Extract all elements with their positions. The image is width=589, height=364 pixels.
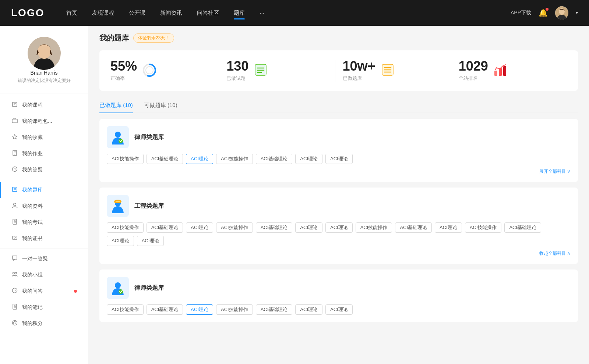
qbank-tag[interactable]: ACI技能操作	[107, 222, 144, 233]
app-download-button[interactable]: APP下载	[511, 10, 531, 16]
done-questions-icon	[254, 63, 269, 78]
stat-rank-label: 全站排名	[459, 75, 488, 82]
user-menu-chevron[interactable]: ▾	[576, 10, 578, 15]
sidebar-item-label: 我的作业	[22, 150, 77, 157]
qbank-tag[interactable]: ACI理论	[295, 222, 322, 233]
stat-done-number: 130	[226, 60, 248, 73]
tab-available-banks[interactable]: 可做题库 (10)	[144, 98, 177, 113]
qbank-icon-engineer	[107, 195, 129, 217]
nav-news[interactable]: 新闻资讯	[160, 10, 182, 17]
stat-accuracy-text: 55% 正确率	[110, 60, 137, 82]
sidebar-item-label: 我的问答	[22, 288, 70, 295]
profile-icon	[11, 203, 18, 210]
qbank-title-2: 工程类题库	[134, 202, 164, 210]
sidebar-item-label: 我的收藏	[22, 134, 77, 141]
nav-qa[interactable]: 问答社区	[197, 10, 219, 17]
sidebar-item-qbank[interactable]: 我的题库	[0, 182, 88, 198]
nav-qbank[interactable]: 题库	[234, 10, 245, 17]
package-icon	[11, 118, 18, 125]
svg-point-58	[119, 289, 123, 294]
svg-point-18	[14, 203, 16, 206]
sidebar-divider-2	[0, 249, 88, 249]
svg-point-52	[119, 139, 123, 143]
logo[interactable]: LOGO	[11, 7, 44, 19]
nav-open-course[interactable]: 公开课	[129, 10, 145, 17]
qbank-tag[interactable]: ACI基础理论	[147, 154, 183, 164]
qbank-header-3: 律师类题库	[107, 277, 571, 299]
svg-point-51	[115, 132, 121, 138]
sidebar-item-label: 我的小组	[22, 272, 77, 278]
qbank-tag[interactable]: ACI理论	[325, 304, 353, 315]
svg-point-37	[146, 67, 153, 74]
qbank-tag[interactable]: ACI理论	[107, 236, 134, 246]
stat-rank-text: 1029 全站排名	[459, 60, 488, 82]
stat-accuracy: 55% 正确率	[110, 60, 219, 82]
avatar	[28, 37, 61, 70]
qbank-tag[interactable]: ACI理论	[295, 154, 322, 164]
qbank-tag[interactable]: ACI理论	[325, 154, 353, 164]
stat-done-banks: 10w+ 已做题库	[335, 60, 451, 82]
notification-bell[interactable]: 🔔	[539, 8, 548, 17]
sidebar-item-homework[interactable]: 我的作业	[0, 146, 88, 162]
sidebar-item-myqa[interactable]: ? 我的问答	[0, 283, 88, 299]
sidebar-item-course-package[interactable]: 我的课程包...	[0, 113, 88, 129]
sidebar-item-favorites[interactable]: 我的收藏	[0, 129, 88, 146]
sidebar-item-questions[interactable]: ? 我的答疑	[0, 162, 88, 178]
sidebar-item-points[interactable]: 我的积分	[0, 315, 88, 332]
sidebar-item-label: 我的题库	[22, 187, 77, 193]
qbank-tag[interactable]: ACI技能操作	[107, 304, 144, 315]
sidebar-item-certificate[interactable]: 我的证书	[0, 231, 88, 247]
tabs: 已做题库 (10) 可做题库 (10)	[99, 98, 578, 113]
sidebar-item-my-course[interactable]: 我的课程	[0, 97, 88, 113]
svg-rect-7	[12, 119, 17, 123]
sidebar-divider-top	[0, 93, 88, 93]
stat-rank: 1029 全站排名	[451, 60, 567, 82]
nav-home[interactable]: 首页	[66, 10, 77, 17]
qbank-tag-active[interactable]: ACI理论	[186, 154, 213, 164]
collapse-toggle-2[interactable]: 收起全部科目 ∧	[539, 251, 571, 256]
qbank-tag[interactable]: ACI技能操作	[465, 222, 502, 233]
group-icon	[11, 271, 18, 279]
qbank-tag[interactable]: ACI技能操作	[216, 222, 253, 233]
star-icon	[11, 134, 18, 141]
qbank-tag[interactable]: ACI技能操作	[216, 304, 253, 315]
nav-more[interactable]: ···	[260, 10, 264, 17]
sidebar-item-1on1[interactable]: 一对一答疑	[0, 251, 88, 267]
page-title: 我的题库	[99, 33, 129, 43]
sidebar-item-notes[interactable]: 我的笔记	[0, 299, 88, 315]
qbank-tag[interactable]: ACI基础理论	[256, 222, 293, 233]
chat-icon	[11, 255, 18, 263]
qbank-tag[interactable]: ACI基础理论	[147, 304, 183, 315]
sidebar-item-profile[interactable]: 我的资料	[0, 198, 88, 214]
qbank-tag[interactable]: ACI技能操作	[107, 154, 144, 164]
qbank-tag[interactable]: ACI理论	[295, 304, 322, 315]
qbank-tag[interactable]: ACI技能操作	[216, 154, 253, 164]
tab-done-banks[interactable]: 已做题库 (10)	[99, 98, 133, 113]
svg-rect-50	[503, 66, 506, 76]
expand-toggle-1[interactable]: 展开全部科目 ∨	[539, 169, 571, 174]
page-layout: Brian Harris 错误的决定比没有决定要好 我的课程 我的课程包...	[0, 26, 589, 364]
rank-icon	[494, 63, 508, 78]
qbank-tag[interactable]: ACI理论	[186, 222, 213, 233]
qbank-tag[interactable]: ACI基础理论	[256, 304, 293, 315]
qbank-tag[interactable]: ACI基础理论	[147, 222, 183, 233]
user-avatar[interactable]	[555, 6, 568, 19]
qa-badge	[74, 290, 77, 293]
homework-icon	[11, 150, 18, 157]
qbank-tags-1: ACI技能操作 ACI基础理论 ACI理论 ACI技能操作 ACI基础理论 AC…	[107, 154, 571, 164]
qbank-tag[interactable]: ACI基础理论	[256, 154, 293, 164]
qbank-tag[interactable]: ACI基础理论	[504, 222, 541, 233]
nav-discover[interactable]: 发现课程	[92, 10, 114, 17]
qbank-tag-active[interactable]: ACI理论	[186, 304, 213, 315]
qbank-tag[interactable]: ACI基础理论	[395, 222, 432, 233]
stats-section: 55% 正确率 130 已做试题	[99, 50, 578, 91]
qbank-tag[interactable]: ACI理论	[137, 236, 164, 246]
trial-badge: 体验剩余23天！	[133, 33, 174, 43]
main-content: 我的题库 体验剩余23天！ 55% 正确率	[88, 26, 589, 364]
qbank-footer-2: 收起全部科目 ∧	[107, 250, 571, 257]
sidebar-item-group[interactable]: 我的小组	[0, 267, 88, 283]
qbank-tag[interactable]: ACI理论	[435, 222, 462, 233]
qbank-tag[interactable]: ACI技能操作	[356, 222, 392, 233]
qbank-tag[interactable]: ACI理论	[325, 222, 353, 233]
sidebar-item-exam[interactable]: 我的考试	[0, 214, 88, 231]
